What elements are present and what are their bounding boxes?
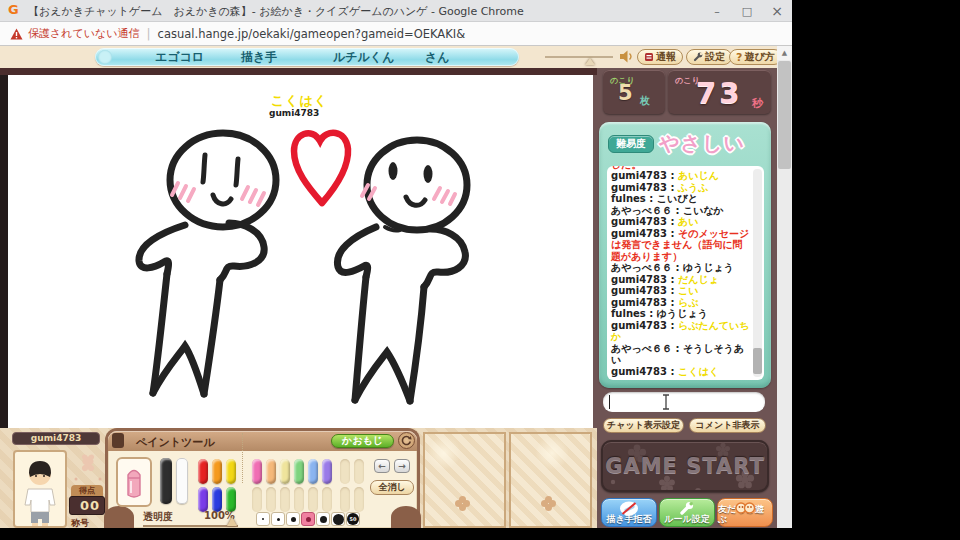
brush-size-3[interactable] — [286, 512, 300, 526]
crayon-slot-empty — [322, 487, 332, 512]
canvas-left-border — [0, 75, 8, 428]
scrollbar-thumb[interactable] — [778, 61, 791, 169]
page-scrollbar[interactable]: ▲ — [777, 46, 792, 528]
drawing-canvas[interactable]: こくはく gumi4783 — [8, 75, 593, 428]
undo-button[interactable] — [398, 432, 415, 449]
address-bar[interactable]: 保護されていない通信 | casual.hange.jp/oekaki/game… — [0, 22, 792, 46]
crayon-color-8[interactable] — [252, 459, 262, 484]
chat-message: あやっぺ６６ : こいなか — [611, 205, 752, 217]
difficulty-label[interactable]: 難易度 — [608, 135, 654, 153]
palette-prev-button[interactable]: ← — [374, 459, 390, 473]
chat-messages: fulnes : かっぷるfulnes : せいしゅんあやっぺ６６さんが入室しま… — [607, 166, 754, 380]
brush-size-1[interactable] — [256, 512, 270, 526]
settings-button[interactable]: 設定 — [686, 49, 732, 65]
player-slot-empty-1 — [423, 432, 506, 528]
paw-decoration-left — [104, 506, 134, 528]
security-warning-text[interactable]: 保護されていない通信 — [28, 26, 140, 41]
tab-1[interactable]: エゴコロ — [155, 48, 204, 66]
howto-button[interactable]: ? 遊び方 — [729, 49, 782, 65]
mode-tabs: エゴコロ描き手ルチルくんさん — [95, 48, 519, 66]
kaomoji-button[interactable]: かおもじ — [331, 434, 394, 448]
remaining-cards-unit: 枚 — [640, 94, 650, 108]
volume-slider-thumb[interactable] — [585, 58, 595, 65]
hide-comments-button[interactable]: コメント非表示 — [689, 418, 766, 433]
chat-display-settings-button[interactable]: チャット表示設定 — [603, 418, 684, 433]
remaining-cards-box: のこり 5 枚 — [603, 70, 665, 114]
chat-message-name: fulnes : — [611, 308, 657, 319]
game-start-button[interactable]: GAME START — [601, 440, 769, 492]
window-controls: – □ × — [702, 0, 792, 22]
remaining-cards-value: 5 — [618, 81, 633, 105]
crayon-color-6[interactable] — [212, 487, 222, 512]
close-button[interactable]: × — [762, 0, 792, 22]
maximize-button[interactable]: □ — [732, 0, 762, 22]
brush-size-4[interactable] — [301, 512, 315, 526]
question-icon: ? — [736, 51, 742, 64]
play-with-friends-button[interactable]: 友だちと遊ぶ — [717, 498, 773, 527]
scrollbar-up-arrow[interactable]: ▲ — [777, 46, 792, 60]
report-icon — [644, 52, 654, 62]
minimize-button[interactable]: – — [702, 0, 732, 22]
player-title-label: 称号 — [71, 517, 89, 528]
chat-message-name: gumi4783 : — [611, 182, 678, 193]
opacity-slider-thumb[interactable] — [227, 517, 237, 526]
opacity-label: 透明度 — [143, 510, 173, 524]
speaker-icon[interactable] — [620, 50, 634, 63]
crayon-tool-button[interactable] — [116, 457, 152, 507]
rule-settings-button[interactable]: ルール設定 — [659, 498, 715, 527]
crayon-color-4[interactable] — [226, 459, 236, 484]
crayon-color-3[interactable] — [212, 459, 222, 484]
brush-size-dot — [333, 514, 344, 525]
crayon-color-5[interactable] — [198, 487, 208, 512]
brush-size-6[interactable] — [331, 512, 345, 526]
tab-4[interactable]: さん — [425, 48, 450, 66]
brush-size-dot — [291, 517, 296, 522]
clear-all-button[interactable]: 全消し — [370, 480, 414, 495]
chat-message: あやっぺ６６ : ゆうじょう — [611, 262, 752, 274]
crayon-slot-empty — [266, 487, 276, 512]
reject-drawer-button[interactable]: 描き手拒否 — [601, 498, 657, 527]
chat-scrollbar-thumb[interactable] — [753, 348, 762, 374]
bottom-strip: gumi4783 — [0, 428, 597, 528]
tab-3[interactable]: ルチルくん — [333, 48, 394, 66]
player-nameplate: gumi4783 — [12, 432, 100, 445]
palette-next-button[interactable]: → — [394, 459, 410, 473]
address-separator: | — [147, 27, 151, 41]
brush-size-dot — [320, 516, 327, 523]
crayon-slot-empty — [340, 459, 350, 484]
crayon-color-0[interactable] — [160, 458, 172, 504]
chat-message-name: あやっぺ６６ : — [611, 343, 683, 354]
brush-size-max[interactable]: 50 — [346, 512, 360, 526]
crayon-color-9[interactable] — [266, 459, 276, 484]
chat-message-text: こいなか — [683, 205, 724, 216]
tab-2[interactable]: 描き手 — [241, 48, 277, 66]
wrench-icon — [693, 52, 703, 62]
opacity-slider[interactable] — [143, 525, 238, 527]
crayon-slot-empty — [294, 487, 304, 512]
chat-scrollbar-track[interactable] — [753, 169, 762, 377]
brush-size-2[interactable] — [271, 512, 285, 526]
url-text[interactable]: casual.hange.jp/oekaki/gameopen?gameid=O… — [158, 27, 466, 41]
crayon-color-10[interactable] — [280, 459, 290, 484]
chat-message: gumi4783 : らぶたんていちか — [611, 320, 752, 343]
crayon-color-2[interactable] — [198, 459, 208, 484]
game-main: こくはく gumi4783 のこり 5 枚 のこり 73 秒 — [0, 68, 792, 528]
crayon-color-13[interactable] — [322, 459, 332, 484]
heart-clover-decoration — [72, 452, 104, 482]
chat-message: gumi4783 : あい — [611, 216, 752, 228]
crayon-color-12[interactable] — [308, 459, 318, 484]
crayon-color-1[interactable] — [176, 458, 188, 504]
report-button[interactable]: 通報 — [637, 49, 683, 65]
chat-message: gumi4783 : こくはく — [611, 366, 752, 378]
brush-size-5[interactable] — [316, 512, 330, 526]
brush-size-dot — [306, 517, 311, 522]
drawing-artist-text: gumi4783 — [269, 108, 319, 118]
friends-icon — [733, 501, 757, 515]
rule-wrench-icon — [678, 501, 696, 516]
crayon-color-11[interactable] — [294, 459, 304, 484]
chat-message-text: あい — [678, 216, 698, 227]
right-panel: のこり 5 枚 のこり 73 秒 難易度 やさしい fulnes : かっぷるf… — [597, 68, 777, 528]
volume-slider[interactable] — [545, 56, 613, 58]
chat-input[interactable] — [603, 392, 765, 412]
crayon-color-7[interactable] — [226, 487, 236, 512]
